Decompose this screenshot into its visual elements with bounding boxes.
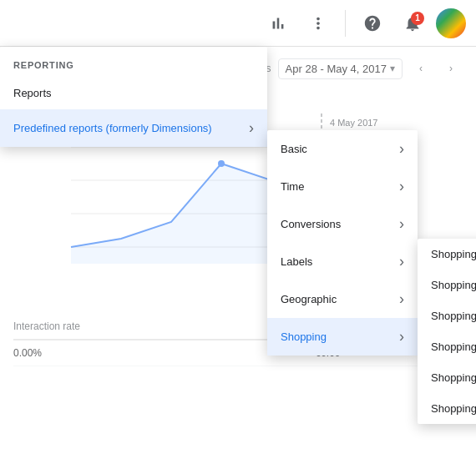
submenu-level1: Basic Time Conversions Labels Geographic… [267, 130, 418, 356]
shopping-brand-item[interactable]: Shopping – Brand [418, 300, 476, 331]
shopping-product-type-item[interactable]: Shopping – Product type [418, 270, 476, 300]
bar-chart-button[interactable] [261, 7, 295, 40]
help-button[interactable] [356, 7, 389, 40]
avatar[interactable] [436, 8, 466, 38]
labels-chevron [399, 253, 404, 270]
shopping-menu-item[interactable]: Shopping [267, 318, 418, 356]
conversions-menu-item[interactable]: Conversions [267, 205, 418, 243]
geographic-chevron [399, 290, 404, 308]
submenu-level2: Shopping – Category Shopping – Product t… [418, 239, 476, 424]
shopping-category-item[interactable]: Shopping – Category [418, 239, 476, 270]
more-vert-button[interactable] [301, 7, 335, 40]
notifications-button[interactable]: 1 [396, 7, 429, 40]
basic-chevron [399, 140, 404, 158]
geographic-menu-item[interactable]: Geographic [267, 280, 418, 318]
shopping-mc-id-item[interactable]: Shopping – MC ID [418, 362, 476, 393]
basic-menu-item[interactable]: Basic [267, 130, 418, 168]
reporting-menu-header: REPORTING [0, 47, 267, 77]
shopping-chevron [399, 328, 404, 346]
shopping-item-id-item[interactable]: Shopping – Item ID [418, 331, 476, 362]
predefined-reports-chevron [249, 119, 254, 137]
predefined-reports-menu-item[interactable]: Predefined reports (formerly Dimensions) [0, 109, 267, 147]
notification-badge: 1 [411, 12, 424, 25]
main-area: Last 7 days Apr 28 - May 4, 2017 ‹ › [0, 47, 476, 459]
reporting-menu: REPORTING Reports Predefined reports (fo… [0, 47, 267, 147]
conversions-chevron [399, 215, 404, 233]
divider [345, 10, 346, 37]
top-bar: 1 [0, 0, 476, 47]
time-menu-item[interactable]: Time [267, 168, 418, 205]
labels-menu-item[interactable]: Labels [267, 243, 418, 280]
time-chevron [399, 178, 404, 195]
shopping-store-id-item[interactable]: Shopping – Store ID [418, 393, 476, 424]
reports-menu-item[interactable]: Reports [0, 77, 267, 109]
